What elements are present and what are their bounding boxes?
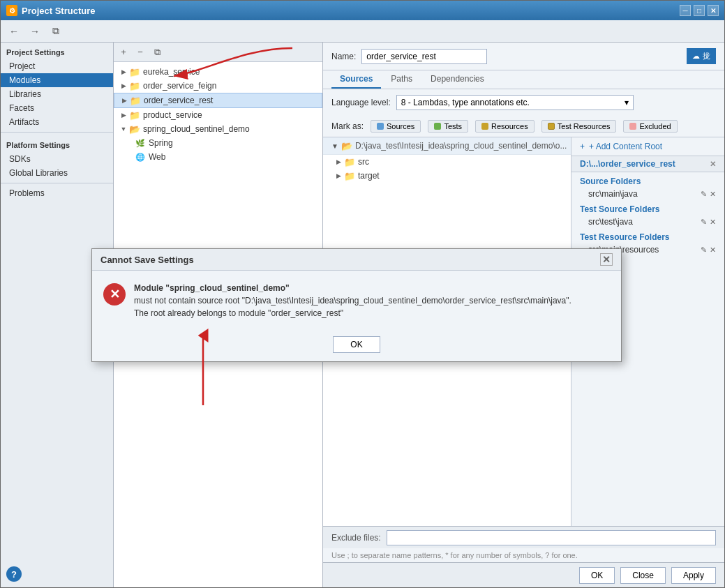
tab-sources[interactable]: Sources [331, 70, 381, 89]
mark-test-resources-button[interactable]: Test Resources [541, 120, 617, 133]
dialog-message-body: must not contain source root "D:\java_te… [134, 294, 571, 307]
window-title: Project Structure [22, 6, 95, 16]
tree-toggle-product[interactable]: ▶ [119, 111, 128, 119]
mark-tests-label: Tests [444, 122, 462, 130]
sidebar-item-problems[interactable]: Problems [1, 186, 113, 200]
error-icon: ✕ [103, 283, 126, 306]
edit-test-resource-button[interactable]: ✎ [701, 246, 707, 255]
tab-paths-label: Paths [391, 74, 412, 84]
tree-item-web[interactable]: ▶ 🌐 Web [114, 150, 322, 164]
folder-icon-src: 📁 [344, 156, 355, 167]
back-button[interactable]: ← [6, 24, 22, 39]
add-content-root-button[interactable]: + + Add Content Root [571, 137, 724, 156]
tab-paths[interactable]: Paths [382, 70, 421, 89]
tests-dot [434, 123, 441, 130]
mark-as-label: Mark as: [331, 121, 364, 131]
tree-item-sentinel[interactable]: ▼ 📂 spring_cloud_sentinel_demo [114, 122, 322, 136]
cloud-button[interactable]: ☁ 拢 [687, 48, 716, 64]
sidebar-item-global-libraries[interactable]: Global Libraries [1, 166, 113, 180]
sidebar-item-modules[interactable]: Modules [1, 73, 113, 87]
toggle-src[interactable]: ▶ [334, 158, 343, 166]
forward-button[interactable]: → [27, 24, 43, 39]
right-panel-header: Name: ☁ 拢 [323, 43, 724, 70]
module-tree-toolbar: + − ⧉ [114, 43, 322, 62]
maximize-button[interactable]: □ [694, 5, 705, 16]
exclude-input[interactable] [387, 530, 716, 545]
platform-settings-heading: Platform Settings [1, 135, 113, 152]
tree-toggle-eureka[interactable]: ▶ [119, 68, 128, 76]
tree-item-target[interactable]: ▶ 📁 target [323, 169, 571, 183]
sidebar-label-libraries: Libraries [9, 89, 41, 99]
root-folder-icon: 📂 [341, 140, 352, 151]
tree-toggle-feign[interactable]: ▶ [119, 82, 128, 90]
help-button[interactable]: ? [6, 566, 22, 582]
test-source-folder-actions: ✎ ✕ [701, 218, 716, 227]
tree-item-eureka[interactable]: ▶ 📁 eureka_service [114, 65, 322, 79]
tree-label-feign: order_service_feign [143, 81, 216, 91]
sidebar-item-facets[interactable]: Facets [1, 101, 113, 115]
mark-test-resources-label: Test Resources [558, 122, 611, 130]
ok-button[interactable]: OK [579, 567, 615, 584]
edit-source-folder-button[interactable]: ✎ [701, 190, 707, 199]
tab-dependencies[interactable]: Dependencies [422, 70, 493, 89]
dialog-close-button[interactable]: ✕ [600, 253, 613, 266]
remove-test-resource-button[interactable]: ✕ [710, 246, 716, 255]
dialog-footer: OK [92, 331, 621, 361]
close-button[interactable]: ✕ [708, 5, 719, 16]
toggle-target[interactable]: ▶ [334, 172, 343, 180]
copy-module-button[interactable]: ⧉ [150, 45, 164, 59]
remove-module-button[interactable]: − [133, 45, 147, 59]
root-chevron[interactable]: ▼ [331, 142, 338, 150]
remove-test-source-button[interactable]: ✕ [710, 218, 716, 227]
mark-excluded-label: Excluded [639, 122, 671, 130]
footer-hint: Use ; to separate name patterns, * for a… [323, 548, 724, 562]
mark-resources-button[interactable]: Resources [475, 120, 535, 133]
dialog-ok-button[interactable]: OK [333, 336, 380, 353]
add-module-button[interactable]: + [117, 45, 130, 59]
sidebar-item-project[interactable]: Project [1, 59, 113, 73]
mark-as-bar: Mark as: Sources Tests Resources Test Re… [323, 116, 724, 137]
sidebar-label-sdks: SDKs [9, 154, 31, 164]
tree-label-src: src [358, 157, 369, 167]
title-controls: ─ □ ✕ [680, 5, 719, 16]
tree-item-spring[interactable]: ▶ 🌿 Spring [114, 136, 322, 150]
excluded-dot [629, 123, 636, 130]
close-button[interactable]: Close [620, 567, 666, 584]
title-bar: ⚙ Project Structure ─ □ ✕ [1, 1, 724, 20]
edit-test-source-button[interactable]: ✎ [701, 218, 707, 227]
mark-excluded-button[interactable]: Excluded [623, 120, 677, 133]
language-level-select[interactable]: 8 - Lambdas, type annotations etc. ▾ [396, 95, 634, 110]
tree-item-feign[interactable]: ▶ 📁 order_service_feign [114, 79, 322, 93]
copy-button[interactable]: ⧉ [48, 24, 63, 39]
tree-item-order-rest[interactable]: ▶ 📁 order_service_rest [114, 93, 322, 108]
apply-button[interactable]: Apply [671, 567, 716, 584]
sidebar-item-sdks[interactable]: SDKs [1, 152, 113, 166]
name-input[interactable] [361, 49, 487, 64]
folder-icon-sentinel: 📂 [129, 123, 140, 135]
remove-source-folder-button[interactable]: ✕ [710, 190, 716, 199]
mark-tests-button[interactable]: Tests [428, 120, 468, 133]
sidebar-label-artifacts: Artifacts [9, 117, 39, 127]
tree-toggle-sentinel[interactable]: ▼ [119, 125, 128, 133]
content-root-item[interactable]: ▼ 📂 D:\java_test\Intesij_idea\spring_clo… [323, 137, 571, 155]
footer-buttons: OK Close Apply [323, 562, 724, 587]
app-icon: ⚙ [6, 5, 17, 16]
module-path-label: D:\...\order_service_rest [580, 159, 675, 169]
tree-label-sentinel: spring_cloud_sentinel_demo [143, 124, 250, 134]
tab-sources-label: Sources [340, 74, 373, 84]
minimize-button[interactable]: ─ [680, 5, 691, 16]
tree-label-eureka: eureka_service [143, 67, 200, 77]
tree-toggle-order-rest[interactable]: ▶ [120, 96, 128, 105]
folder-icon-product: 📁 [129, 110, 140, 121]
close-module-icon[interactable]: ✕ [710, 160, 716, 169]
source-folders-title: Source Folders [571, 172, 724, 188]
source-folder-path: src\main\java [588, 189, 638, 199]
sidebar-item-libraries[interactable]: Libraries [1, 87, 113, 101]
folder-icon-order-rest: 📁 [130, 95, 141, 106]
sidebar-item-artifacts[interactable]: Artifacts [1, 115, 113, 129]
folder-icon-feign: 📁 [129, 80, 140, 91]
tree-item-src[interactable]: ▶ 📁 src [323, 155, 571, 169]
mark-sources-button[interactable]: Sources [371, 120, 421, 133]
web-icon: 🌐 [135, 151, 146, 163]
tree-item-product[interactable]: ▶ 📁 product_service [114, 108, 322, 122]
